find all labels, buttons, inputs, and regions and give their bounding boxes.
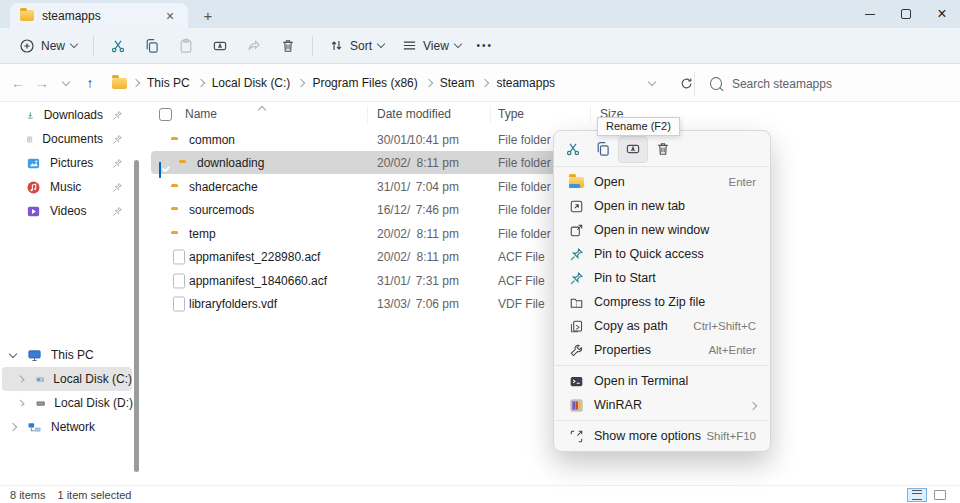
details-view-toggle[interactable] (907, 488, 927, 502)
minimize-icon (865, 14, 875, 15)
new-tab-button[interactable] (198, 5, 218, 25)
column-divider[interactable] (590, 106, 591, 123)
up-button[interactable] (78, 71, 102, 95)
search-box[interactable] (702, 70, 952, 97)
sidebar-item-local-disk-c[interactable]: Local Disk (C:) (2, 367, 132, 391)
sidebar-item-local-disk-d[interactable]: Local Disk (D:) (0, 391, 133, 415)
file-name: temp (189, 227, 216, 241)
menu-divider (555, 420, 769, 421)
menu-item-pin-to-start[interactable]: Pin to Start (559, 266, 765, 290)
see-more-button[interactable] (470, 32, 500, 60)
menu-item-open-in-terminal[interactable]: Open in Terminal (559, 369, 765, 393)
tab-steamapps[interactable]: steamapps (10, 3, 188, 28)
close-button[interactable] (924, 0, 960, 28)
breadcrumb-steamapps[interactable]: steamapps (491, 73, 560, 93)
restore-icon (901, 9, 911, 19)
copy-button[interactable] (135, 32, 169, 60)
copy-quick-action[interactable] (588, 136, 618, 163)
new-button[interactable]: New (10, 33, 86, 59)
submenu-chevron-icon (749, 402, 757, 410)
sidebar-item-documents[interactable]: Documents (0, 127, 133, 151)
menu-shortcut: Shift+F10 (706, 430, 756, 442)
file-explorer-window: steamapps New (0, 0, 960, 503)
menu-item-pin-to-quick-access[interactable]: Pin to Quick access (559, 242, 765, 266)
breadcrumb-local-disk-c[interactable]: Local Disk (C:) (207, 73, 296, 93)
menu-item-compress-to-zip[interactable]: Compress to Zip file (559, 290, 765, 314)
sidebar-scrollbar-thumb[interactable] (134, 160, 139, 472)
rename-quick-action[interactable] (618, 136, 648, 163)
minimize-button[interactable] (852, 0, 888, 28)
file-type: ACF File (498, 250, 545, 264)
maximize-button[interactable] (888, 0, 924, 28)
view-toggles (907, 488, 950, 502)
column-header-date-modified[interactable]: Date modified (377, 107, 451, 121)
breadcrumb-steam[interactable]: Steam (435, 73, 480, 93)
context-menu-quick-actions (558, 134, 766, 164)
file-time: 7:31 pm (395, 274, 459, 288)
music-icon (26, 180, 41, 195)
sidebar-item-network[interactable]: Network (0, 415, 133, 439)
menu-item-open-in-new-tab[interactable]: Open in new tab (559, 194, 765, 218)
paste-button[interactable] (169, 32, 203, 60)
chevron-right-icon (132, 79, 140, 87)
column-header-name[interactable]: Name (185, 107, 217, 121)
menu-item-open[interactable]: Open Enter (559, 170, 765, 194)
open-folder-icon (569, 177, 584, 188)
sidebar-item-this-pc[interactable]: This PC (0, 343, 133, 367)
menu-item-properties[interactable]: Properties Alt+Enter (559, 338, 765, 362)
cut-quick-action[interactable] (558, 136, 588, 163)
rename-button[interactable] (203, 32, 237, 60)
file-type: File folder (498, 156, 551, 170)
breadcrumb-program-files-x86[interactable]: Program Files (x86) (307, 73, 422, 93)
toolbar-divider (93, 36, 94, 56)
forward-button[interactable] (30, 71, 54, 95)
breadcrumb-this-pc[interactable]: This PC (142, 73, 195, 93)
cut-button[interactable] (101, 32, 135, 60)
file-type: File folder (498, 180, 551, 194)
open-new-window-icon (569, 223, 584, 238)
chevron-down-icon (70, 40, 78, 48)
menu-item-label: Compress to Zip file (594, 295, 705, 309)
sidebar-item-label: Music (50, 180, 81, 194)
address-dropdown-button[interactable] (640, 72, 664, 96)
items-count: 8 items (10, 489, 45, 501)
file-type: VDF File (498, 297, 545, 311)
file-name: downloading (197, 156, 264, 170)
chevron-right-icon (17, 376, 24, 383)
menu-item-label: WinRAR (594, 398, 642, 412)
column-header-type[interactable]: Type (498, 107, 524, 121)
tab-close-icon[interactable] (162, 8, 178, 24)
recent-locations-button[interactable] (54, 71, 78, 95)
copy-icon (595, 141, 611, 157)
view-button[interactable]: View (393, 33, 470, 58)
menu-item-copy-as-path[interactable]: Copy as path Ctrl+Shift+C (559, 314, 765, 338)
menu-item-open-in-new-window[interactable]: Open in new window (559, 218, 765, 242)
share-button[interactable] (237, 32, 271, 60)
terminal-icon (569, 374, 584, 389)
search-icon (710, 77, 722, 90)
menu-shortcut: Enter (729, 176, 757, 188)
file-time: 7:06 pm (395, 297, 459, 311)
sidebar-item-downloads[interactable]: Downloads (0, 103, 133, 127)
chevron-right-icon (297, 79, 305, 87)
sidebar-item-pictures[interactable]: Pictures (0, 151, 133, 175)
menu-item-show-more-options[interactable]: Show more options Shift+F10 (559, 424, 765, 448)
menu-item-label: Pin to Quick access (594, 247, 704, 261)
column-divider[interactable] (490, 106, 491, 123)
large-icons-view-toggle[interactable] (930, 488, 950, 502)
chevron-down-icon (9, 349, 17, 357)
delete-quick-action[interactable] (648, 136, 678, 163)
delete-button[interactable] (271, 32, 305, 60)
zip-folder-icon (569, 295, 584, 310)
select-all-checkbox[interactable] (159, 108, 172, 121)
search-input[interactable] (730, 76, 944, 92)
sidebar-item-videos[interactable]: Videos (0, 199, 133, 223)
sort-button[interactable]: Sort (320, 33, 393, 58)
back-button[interactable] (6, 71, 30, 95)
chevron-right-icon (17, 399, 24, 406)
menu-item-winrar[interactable]: WinRAR (559, 393, 765, 417)
sidebar-item-music[interactable]: Music (0, 175, 133, 199)
rename-icon (212, 38, 228, 54)
column-divider[interactable] (367, 106, 368, 123)
sidebar-item-label: Videos (50, 204, 86, 218)
